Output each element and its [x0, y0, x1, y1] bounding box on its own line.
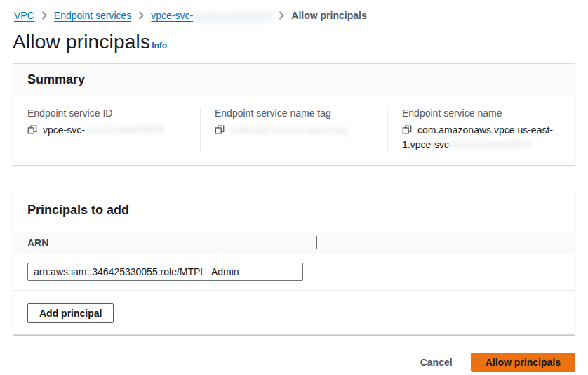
chevron-right-icon — [279, 11, 284, 20]
page-actions: Cancel Allow principals — [13, 353, 575, 372]
breadcrumb-current: Allow principals — [291, 10, 366, 21]
info-link[interactable]: Info — [152, 41, 167, 51]
summary-title: Summary — [27, 72, 561, 87]
breadcrumb-link-vpc[interactable]: VPC — [14, 10, 34, 21]
summary-card-header: Summary — [13, 64, 575, 96]
page: VPC Endpoint services vpce-svc-0a1b2c3d4… — [0, 0, 588, 372]
field-value: redacted-service-name-tag — [215, 123, 373, 138]
chevron-right-icon — [138, 11, 144, 20]
summary-card: Summary Endpoint service ID vpce-svc-0a1… — [13, 63, 575, 166]
redacted-text: 0a1b2c3d4e5f678 — [85, 124, 163, 136]
breadcrumb-link-service-id[interactable]: vpce-svc-0a1b2c3d4e5f678 — [151, 10, 272, 21]
chevron-right-icon — [41, 11, 47, 20]
arn-column-label: ARN — [27, 237, 48, 249]
principals-card-footer: Add principal — [13, 291, 575, 334]
arn-column-header: ARN — [13, 232, 575, 254]
principals-card-header: Principals to add — [13, 188, 575, 232]
cancel-button[interactable]: Cancel — [420, 357, 453, 368]
principals-title: Principals to add — [27, 203, 561, 218]
field-label: Endpoint service name tag — [215, 107, 373, 119]
field-value: com.amazonaws.vpce.us-east-1.vpce-svc-0a… — [402, 123, 561, 152]
field-label: Endpoint service ID — [27, 107, 186, 119]
field-value: vpce-svc-0a1b2c3d4e5f678 — [27, 123, 186, 138]
copy-icon[interactable] — [215, 125, 225, 135]
redacted-text: 0a1b2c3d4e5f678 — [453, 139, 531, 150]
copy-icon[interactable] — [402, 125, 412, 135]
redacted-text: redacted-service-name-tag — [230, 124, 347, 136]
summary-body: Endpoint service ID vpce-svc-0a1b2c3d4e5… — [13, 96, 575, 165]
redacted-text: 0a1b2c3d4e5f678 — [193, 10, 272, 21]
arn-input-row — [13, 254, 575, 291]
page-title: Allow principals — [13, 31, 150, 53]
arn-input[interactable] — [27, 263, 303, 281]
add-principal-button[interactable]: Add principal — [27, 303, 114, 323]
allow-principals-button[interactable]: Allow principals — [471, 353, 575, 372]
breadcrumb-link-endpoint-services[interactable]: Endpoint services — [54, 10, 132, 21]
summary-field-service-name: Endpoint service name com.amazonaws.vpce… — [387, 107, 575, 152]
principals-card: Principals to add ARN Add principal — [13, 187, 575, 335]
field-label: Endpoint service name — [402, 107, 561, 119]
breadcrumb: VPC Endpoint services vpce-svc-0a1b2c3d4… — [13, 10, 575, 21]
column-resize-handle[interactable] — [316, 236, 317, 249]
copy-icon[interactable] — [27, 125, 37, 135]
summary-field-name-tag: Endpoint service name tag redacted-servi… — [200, 107, 387, 152]
summary-field-service-id: Endpoint service ID vpce-svc-0a1b2c3d4e5… — [13, 107, 200, 152]
title-row: Allow principals Info — [13, 31, 575, 53]
